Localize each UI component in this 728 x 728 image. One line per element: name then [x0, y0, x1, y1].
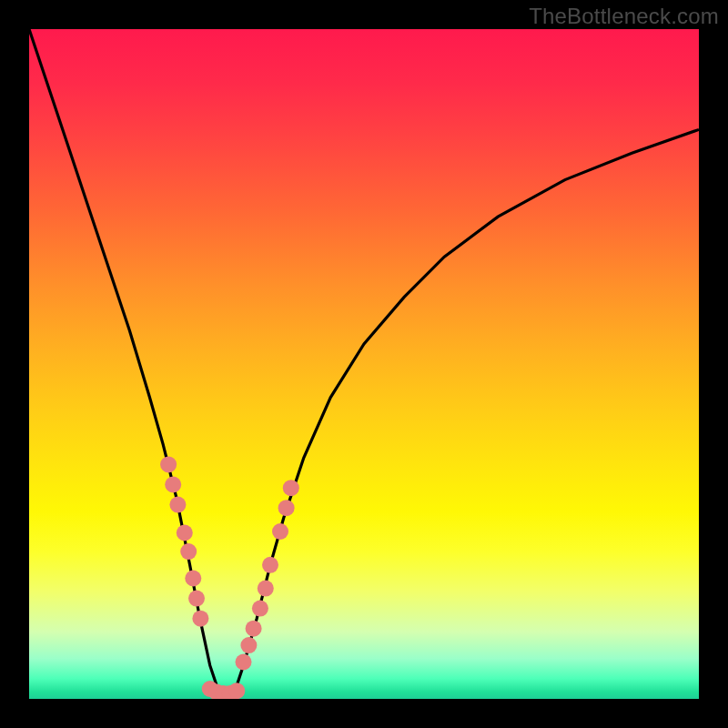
data-dot — [236, 654, 252, 671]
bottleneck-curve — [29, 29, 699, 695]
data-dot — [283, 480, 299, 496]
data-dot — [192, 611, 208, 627]
data-dot — [272, 523, 288, 540]
data-dot — [278, 500, 295, 516]
valley-dots — [202, 681, 246, 699]
data-dot — [188, 591, 205, 607]
data-dot — [160, 456, 177, 472]
data-dot — [185, 571, 201, 587]
data-dot — [262, 557, 278, 573]
data-dot — [240, 637, 257, 653]
data-dot — [228, 682, 245, 699]
data-dot — [258, 581, 274, 597]
chart-svg — [29, 29, 699, 699]
data-dot — [180, 543, 197, 560]
plot-area — [29, 29, 699, 699]
watermark-text: TheBottleneck.com — [529, 4, 719, 29]
data-dot — [169, 497, 186, 513]
data-dot — [252, 601, 268, 617]
data-dot — [165, 477, 181, 493]
data-dot — [246, 621, 262, 637]
chart-frame: TheBottleneck.com — [0, 0, 728, 728]
data-dot — [177, 525, 193, 541]
